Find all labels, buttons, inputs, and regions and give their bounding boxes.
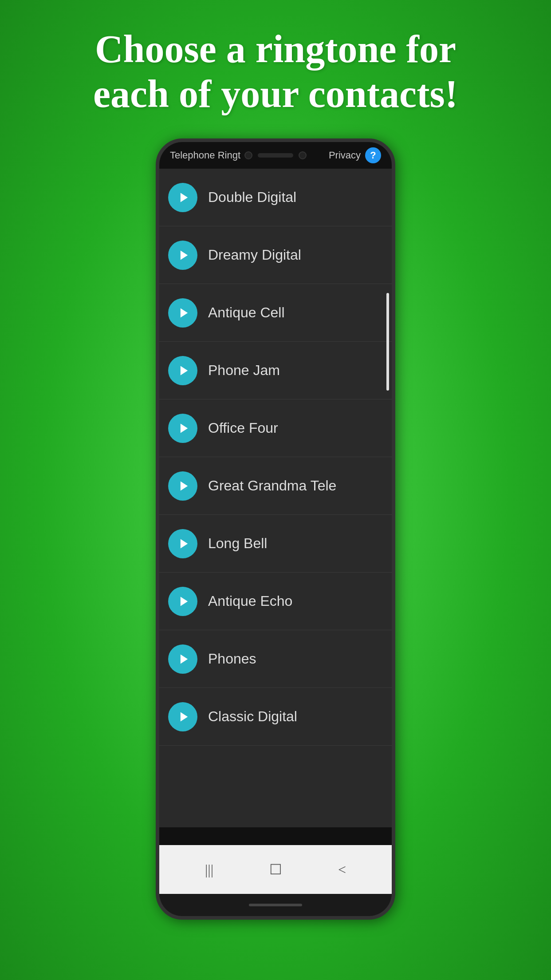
ringtone-label-2: Dreamy Digital — [208, 247, 301, 263]
help-icon[interactable]: ? — [365, 147, 381, 163]
svg-marker-3 — [181, 366, 188, 375]
ringtone-list: Double Digital Dreamy Digital Antique Ce… — [159, 169, 392, 827]
camera-right-icon — [299, 151, 307, 159]
camera-left-icon — [244, 151, 252, 159]
back-nav-icon[interactable]: < — [338, 861, 346, 878]
play-icon — [178, 364, 190, 377]
ringtone-label-5: Office Four — [208, 420, 278, 436]
play-button-6[interactable] — [168, 471, 197, 501]
ringtone-label-1: Double Digital — [208, 189, 296, 205]
ringtone-label-9: Phones — [208, 651, 256, 667]
play-icon — [178, 595, 190, 608]
svg-marker-0 — [181, 193, 188, 202]
play-icon — [178, 711, 190, 723]
phone-bottom — [159, 894, 392, 916]
play-button-7[interactable] — [168, 529, 197, 558]
list-item[interactable]: Office Four — [159, 399, 392, 457]
ringtone-label-6: Great Grandma Tele — [208, 478, 336, 494]
play-icon — [178, 653, 190, 665]
headline-line2: each of your contacts! — [93, 72, 458, 115]
play-icon — [178, 191, 190, 204]
list-item[interactable]: Long Bell — [159, 515, 392, 573]
svg-marker-7 — [181, 597, 188, 606]
list-item[interactable]: Great Grandma Tele — [159, 457, 392, 515]
list-item[interactable]: Dreamy Digital — [159, 226, 392, 284]
play-button-3[interactable] — [168, 298, 197, 328]
list-item[interactable]: Classic Digital — [159, 688, 392, 746]
navigation-bar: ||| ☐ < — [159, 845, 392, 894]
svg-marker-8 — [181, 654, 188, 664]
home-nav-icon[interactable]: ☐ — [269, 861, 282, 878]
play-icon — [178, 537, 190, 550]
svg-marker-9 — [181, 712, 188, 721]
phone-frame: Telephone Ringt Privacy ? Double Digital — [156, 138, 395, 920]
svg-marker-5 — [181, 481, 188, 490]
play-icon — [178, 249, 190, 261]
ringtone-label-4: Phone Jam — [208, 362, 280, 379]
notch-area — [244, 151, 307, 159]
headline: Choose a ringtone for each of your conta… — [58, 0, 493, 138]
play-icon — [178, 422, 190, 435]
play-icon — [178, 480, 190, 492]
list-item[interactable]: Antique Echo — [159, 573, 392, 630]
svg-marker-4 — [181, 423, 188, 433]
scrollbar[interactable] — [386, 293, 389, 391]
ringtone-label-8: Antique Echo — [208, 593, 292, 609]
svg-marker-2 — [181, 308, 188, 317]
app-title: Telephone Ringt — [170, 150, 240, 161]
list-item[interactable]: Double Digital — [159, 169, 392, 226]
svg-marker-1 — [181, 250, 188, 260]
svg-marker-6 — [181, 539, 188, 548]
play-button-9[interactable] — [168, 644, 197, 674]
privacy-label[interactable]: Privacy — [329, 150, 361, 161]
list-item[interactable]: Antique Cell — [159, 284, 392, 342]
list-item[interactable]: Phones — [159, 630, 392, 688]
play-button-8[interactable] — [168, 587, 197, 616]
play-button-2[interactable] — [168, 241, 197, 270]
play-button-10[interactable] — [168, 702, 197, 731]
home-indicator — [249, 904, 302, 906]
play-button-4[interactable] — [168, 356, 197, 385]
menu-nav-icon[interactable]: ||| — [205, 861, 213, 878]
ringtone-label-3: Antique Cell — [208, 304, 285, 321]
speaker-icon — [258, 153, 293, 158]
bottom-spacer — [159, 827, 392, 845]
status-bar: Telephone Ringt Privacy ? — [159, 142, 392, 169]
headline-line1: Choose a ringtone for — [95, 28, 456, 71]
list-item[interactable]: Phone Jam — [159, 342, 392, 399]
play-button-5[interactable] — [168, 414, 197, 443]
ringtone-label-7: Long Bell — [208, 535, 267, 552]
play-button-1[interactable] — [168, 183, 197, 212]
ringtone-label-10: Classic Digital — [208, 708, 297, 725]
header-right: Privacy ? — [329, 147, 381, 163]
play-icon — [178, 307, 190, 319]
